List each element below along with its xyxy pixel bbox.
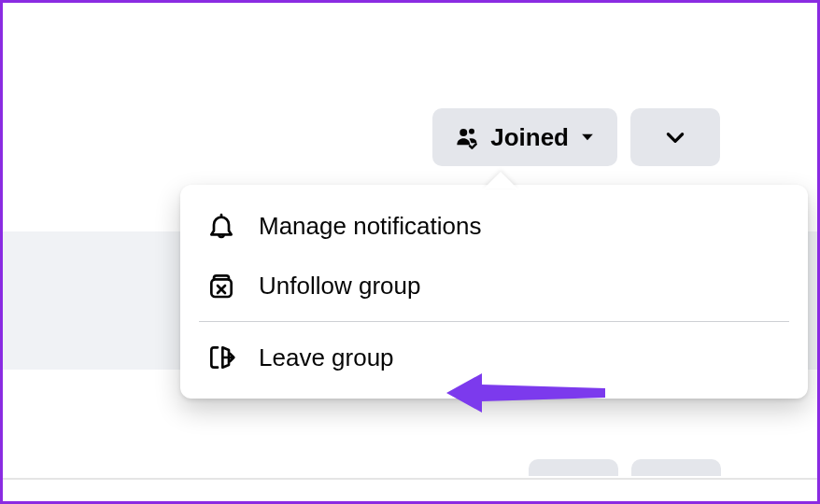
menu-item-unfollow-group[interactable]: Unfollow group xyxy=(180,256,808,315)
menu-item-label: Leave group xyxy=(259,343,394,372)
svg-point-1 xyxy=(469,129,474,134)
group-icon xyxy=(453,123,481,151)
svg-point-0 xyxy=(459,129,467,136)
obscured-buttons xyxy=(529,459,721,476)
joined-button-label: Joined xyxy=(490,123,569,152)
group-action-buttons: Joined xyxy=(432,108,720,166)
joined-button[interactable]: Joined xyxy=(432,108,617,166)
menu-item-label: Unfollow group xyxy=(259,272,420,301)
more-options-button[interactable] xyxy=(630,108,720,166)
obscured-button-stub xyxy=(529,459,618,476)
menu-item-manage-notifications[interactable]: Manage notifications xyxy=(180,196,808,256)
menu-item-leave-group[interactable]: Leave group xyxy=(180,328,808,387)
leave-icon xyxy=(205,343,238,372)
joined-dropdown-menu: Manage notifications Unfollow group Leav… xyxy=(180,185,808,399)
unfollow-icon xyxy=(205,271,238,301)
menu-item-label: Manage notifications xyxy=(259,212,481,241)
bell-icon xyxy=(205,211,238,241)
bottom-divider xyxy=(3,478,817,480)
obscured-button-stub xyxy=(631,459,721,476)
caret-down-icon xyxy=(578,128,597,147)
menu-divider xyxy=(199,321,789,322)
chevron-down-icon xyxy=(663,125,687,149)
